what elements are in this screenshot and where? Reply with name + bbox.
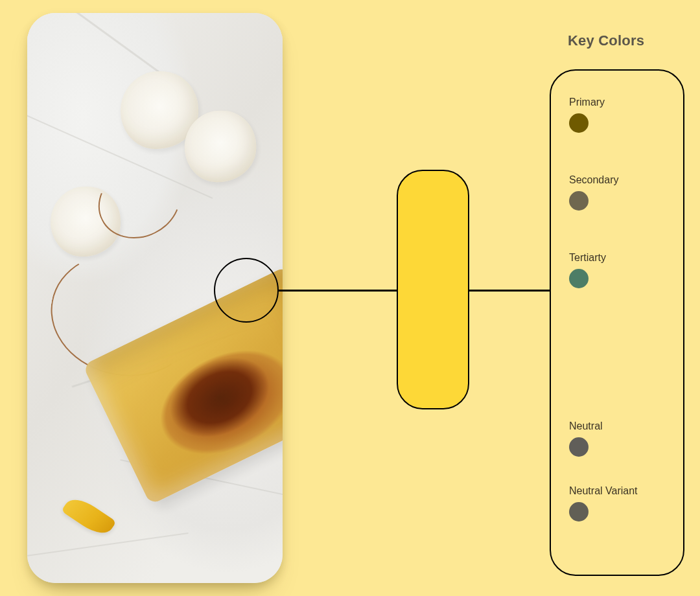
color-label: Tertiarty — [569, 252, 670, 264]
key-colors-panel: Primary Secondary Tertiarty Neutral Neut… — [550, 69, 684, 576]
key-colors-title: Key Colors — [568, 32, 644, 49]
color-swatch — [569, 269, 589, 288]
color-entry-primary: Primary — [569, 97, 670, 133]
color-entry-tertiary: Tertiarty — [569, 252, 670, 288]
color-entry-secondary: Secondary — [569, 174, 670, 211]
connector-line — [469, 290, 550, 292]
color-label: Primary — [569, 97, 670, 108]
color-label: Neutral Variant — [569, 485, 670, 497]
flower-illustration — [185, 111, 256, 182]
sampled-accent-chip — [397, 170, 469, 409]
color-swatch — [569, 437, 589, 457]
color-label: Neutral — [569, 420, 670, 432]
color-swatch — [569, 113, 589, 133]
color-entry-neutral: Neutral — [569, 420, 670, 457]
color-swatch — [569, 191, 589, 211]
color-label: Secondary — [569, 174, 670, 186]
connector-line — [279, 290, 397, 292]
diagram-stage: Key Colors Primary Secondary Tertiarty N… — [0, 0, 700, 596]
color-entry-neutral-variant: Neutral Variant — [569, 485, 670, 522]
color-swatch — [569, 502, 589, 522]
color-sample-ring-icon — [214, 258, 279, 323]
